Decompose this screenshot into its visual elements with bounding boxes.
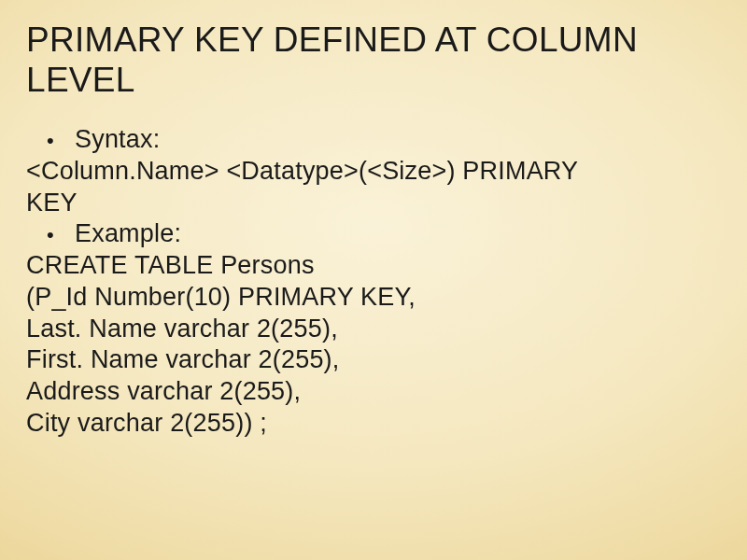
bullet-example: • Example: [26,218,721,250]
bullet-example-label: Example: [75,218,181,250]
syntax-line-2: KEY [26,188,721,219]
syntax-line-1: <Column.Name> <Datatype>(<Size>) PRIMARY [26,156,721,188]
slide-content: • Syntax: <Column.Name> <Datatype>(<Size… [26,124,721,440]
bullet-syntax-label: Syntax: [75,124,160,156]
example-line-1: CREATE TABLE Persons [26,250,721,282]
bullet-syntax: • Syntax: [26,124,721,156]
example-line-3: Last. Name varchar 2(255), [26,314,721,345]
slide-title: PRIMARY KEY DEFINED AT COLUMN LEVEL [26,21,721,100]
example-line-5: Address varchar 2(255), [26,376,721,408]
example-line-6: City varchar 2(255)) ; [26,408,721,440]
example-line-4: First. Name varchar 2(255), [26,344,721,376]
slide: PRIMARY KEY DEFINED AT COLUMN LEVEL • Sy… [0,0,747,560]
bullet-dot-icon: • [26,128,75,154]
bullet-dot-icon: • [26,222,75,248]
example-line-2: (P_Id Number(10) PRIMARY KEY, [26,282,721,314]
